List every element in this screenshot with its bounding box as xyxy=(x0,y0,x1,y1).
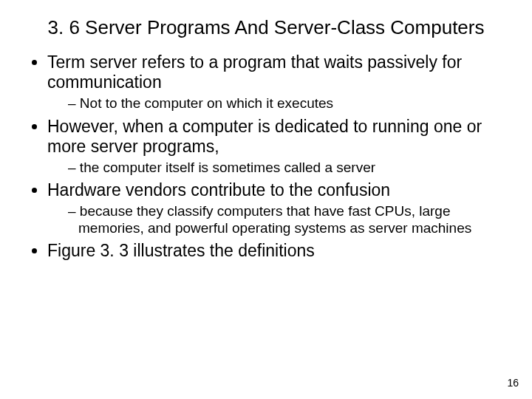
sub-item: the computer itself is sometimes called … xyxy=(68,160,510,176)
bullet-text: Hardware vendors contribute to the confu… xyxy=(47,180,390,200)
sub-list: the computer itself is sometimes called … xyxy=(47,160,510,176)
bullet-list: Term server refers to a program that wai… xyxy=(22,52,510,261)
sub-text: the computer itself is sometimes called … xyxy=(80,160,375,175)
bullet-text: Term server refers to a program that wai… xyxy=(47,52,462,92)
list-item: Figure 3. 3 illustrates the definitions xyxy=(47,241,510,261)
sub-item: because they classify computers that hav… xyxy=(68,203,510,236)
slide: 3. 6 Server Programs And Server-Class Co… xyxy=(0,0,532,399)
sub-list: Not to the computer on which it executes xyxy=(47,95,510,112)
list-item: However, when a computer is dedicated to… xyxy=(47,117,510,177)
bullet-text: Figure 3. 3 illustrates the definitions xyxy=(47,241,315,260)
bullet-text: However, when a computer is dedicated to… xyxy=(47,117,482,156)
slide-title: 3. 6 Server Programs And Server-Class Co… xyxy=(22,16,510,39)
list-item: Term server refers to a program that wai… xyxy=(47,52,510,112)
sub-text: because they classify computers that hav… xyxy=(78,203,471,235)
sub-list: because they classify computers that hav… xyxy=(47,203,510,236)
sub-text: Not to the computer on which it executes xyxy=(80,95,333,111)
page-number: 16 xyxy=(507,377,519,389)
list-item: Hardware vendors contribute to the confu… xyxy=(47,180,510,236)
sub-item: Not to the computer on which it executes xyxy=(68,95,510,112)
